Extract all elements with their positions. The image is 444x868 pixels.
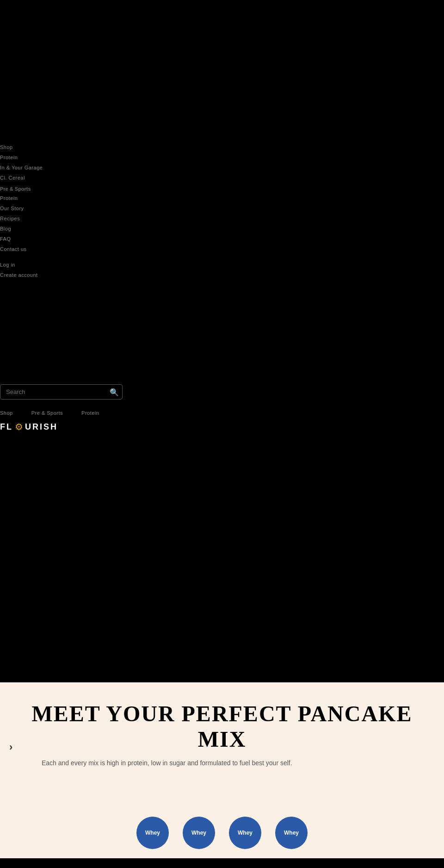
nav-contact-us[interactable]: Contact us: [0, 245, 43, 253]
hero-section: › MEET YOUR PERFECT PANCAKE MIX Each and…: [0, 682, 444, 812]
nav-in-your-garage[interactable]: In & Your Garage: [0, 164, 43, 171]
search-input[interactable]: [0, 384, 123, 400]
nav-protein[interactable]: Protein: [0, 194, 43, 202]
bottom-nav-shop[interactable]: Shop: [0, 410, 13, 416]
whey-badge-4: Whey: [275, 817, 308, 849]
product-card-3[interactable]: Whey: [229, 817, 261, 849]
main-black-section: [0, 437, 444, 682]
search-input-wrapper: 🔍: [0, 384, 123, 400]
hero-subtitle: Each and every mix is high in protein, l…: [42, 759, 430, 767]
side-navigation: Shop Protein In & Your Garage Cl. Cereal…: [0, 139, 43, 283]
search-button[interactable]: 🔍: [110, 387, 119, 396]
nav-section-pre-sports: Pre & Sports: [0, 186, 43, 192]
product-card-4[interactable]: Whey: [275, 817, 308, 849]
nav-login[interactable]: Log in: [0, 261, 43, 269]
nav-cl-cereal[interactable]: Cl. Cereal: [0, 174, 43, 181]
nav-shop[interactable]: Shop: [0, 144, 43, 151]
nav-faq[interactable]: FAQ: [0, 235, 43, 243]
chevron-left-icon[interactable]: ›: [9, 741, 12, 753]
search-bar-container: 🔍: [0, 380, 444, 406]
logo-prefix: FL: [0, 422, 13, 432]
search-icon: 🔍: [110, 388, 119, 396]
bottom-nav-pre-sports[interactable]: Pre & Sports: [31, 410, 63, 416]
product-card-2[interactable]: Whey: [183, 817, 215, 849]
product-cards-row: Whey Whey Whey Whey: [0, 812, 444, 858]
bottom-nav-protein[interactable]: Protein: [81, 410, 99, 416]
whey-badge-2: Whey: [183, 817, 215, 849]
nav-create-account[interactable]: Create account: [0, 271, 43, 279]
bottom-nav-bar: Shop Pre & Sports Protein: [0, 406, 444, 418]
nav-blog[interactable]: Blog: [0, 225, 43, 232]
hero-title: MEET YOUR PERFECT PANCAKE MIX: [14, 701, 430, 752]
nav-favorites[interactable]: Protein: [0, 154, 43, 161]
whey-badge-1: Whey: [136, 817, 169, 849]
logo-gear-icon: ⚙: [15, 421, 23, 432]
logo-area: FL ⚙ URISH: [0, 418, 444, 437]
product-card-1[interactable]: Whey: [136, 817, 169, 849]
logo-suffix: URISH: [25, 422, 58, 432]
nav-recipes[interactable]: Recipes: [0, 215, 43, 222]
nav-our-story[interactable]: Our Story: [0, 205, 43, 212]
whey-badge-3: Whey: [229, 817, 261, 849]
top-black-region: Shop Protein In & Your Garage Cl. Cereal…: [0, 0, 444, 380]
